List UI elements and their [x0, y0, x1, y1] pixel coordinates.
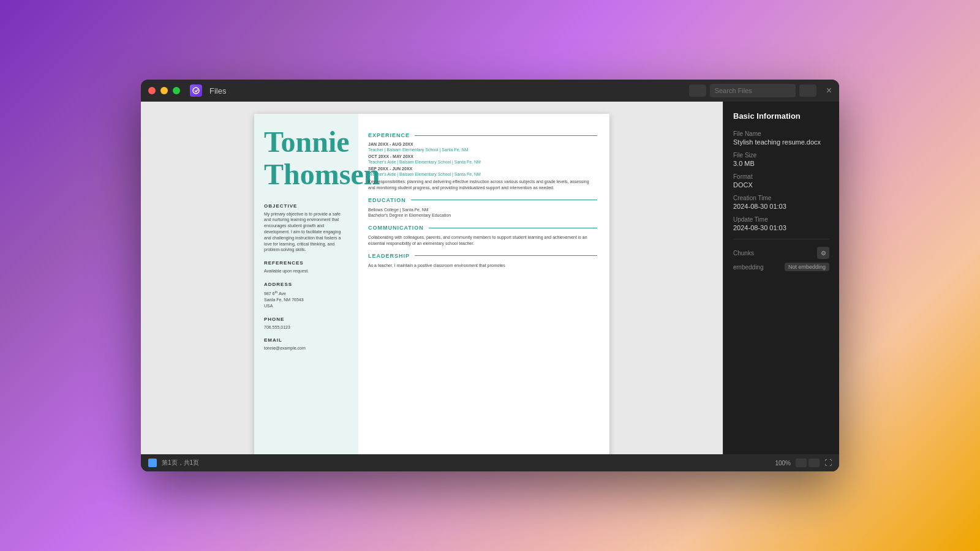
info-panel: Basic Information File Name Stylish teac… [723, 102, 839, 454]
references-title: REFERENCES [264, 260, 349, 266]
edu2: Bachelor's Degree in Elementary Educatio… [368, 212, 597, 219]
exp1-place: Teacher | Balsam Elementary School | San… [368, 148, 597, 152]
app-icon [190, 84, 202, 97]
leadership-line [415, 255, 597, 256]
file-size-value: 3.0 MB [733, 160, 829, 167]
education-header: EDUCATION [368, 197, 597, 203]
minimize-button[interactable] [160, 87, 168, 94]
view-btn-1[interactable] [796, 459, 807, 467]
close-button[interactable] [148, 87, 156, 94]
view-btn-2[interactable] [809, 459, 820, 467]
communication-header: COMMUNICATION [368, 225, 597, 231]
exp3-place: Teacher's Aide | Balsam Elementary Schoo… [368, 172, 597, 176]
education-title: EDUCATION [368, 197, 406, 203]
resume-left-column: Tonnie Thomsen OBJECTIVE My primary obje… [254, 114, 358, 454]
leadership-text: As a teacher, I maintain a positive clas… [368, 263, 597, 269]
communication-title: COMMUNICATION [368, 225, 424, 231]
email-title: EMAIL [264, 337, 349, 343]
address-title: ADDRESS [264, 282, 349, 287]
file-name-value: Stylish teaching resume.docx [733, 138, 829, 146]
file-size-row: File Size 3.0 MB [733, 152, 829, 167]
main-window: Files × Tonnie Thomsen OBJECTIVE My prim… [141, 80, 839, 471]
exp2-place: Teacher's Aide | Balsam Elementary Schoo… [368, 160, 597, 164]
exp-desc: Key responsibilities: planning and deliv… [368, 179, 597, 191]
experience-line [415, 135, 597, 136]
exp3-date: SEP 20XX - JUN 20XX [368, 167, 597, 171]
statusbar: 第1页，共1页 100% ⛶ [141, 454, 839, 471]
update-time-row: Update Time 2024-08-30 01:03 [733, 216, 829, 231]
edu1: Bellows College | Santa Fe, NM [368, 207, 597, 213]
leadership-header: LEADERSHIP [368, 253, 597, 259]
info-divider [733, 239, 829, 239]
education-line [411, 200, 597, 200]
creation-time-value: 2024-08-30 01:03 [733, 203, 829, 210]
sort-button[interactable] [799, 84, 816, 97]
view-buttons [796, 459, 820, 467]
not-embedding-badge: Not embedding [785, 263, 829, 271]
creation-time-label: Creation Time [733, 195, 829, 201]
document-viewer[interactable]: Tonnie Thomsen OBJECTIVE My primary obje… [141, 102, 723, 454]
email-text: tonnie@example.com [264, 345, 349, 351]
titlebar: Files × [141, 80, 839, 102]
format-row: Format DOCX [733, 173, 829, 189]
page-info: 第1页，共1页 [162, 459, 199, 467]
objective-text: My primary objective is to provide a saf… [264, 211, 349, 253]
titlebar-controls [689, 84, 816, 97]
expand-icon[interactable]: ⛶ [824, 459, 832, 467]
chunks-label: Chunks [733, 250, 754, 257]
creation-time-row: Creation Time 2024-08-30 01:03 [733, 195, 829, 210]
exp2-date: OCT 20XX - MAY 20XX [368, 154, 597, 159]
resume-name: Tonnie Thomsen [264, 126, 349, 191]
content-area: Tonnie Thomsen OBJECTIVE My primary obje… [141, 102, 839, 454]
update-time-value: 2024-08-30 01:03 [733, 224, 829, 231]
statusbar-doc-icon [148, 459, 157, 467]
address-text: 987 6th AveSanta Fe, NM 76543USA [264, 290, 349, 309]
resume-right-column: EXPERIENCE JAN 20XX - AUG 20XX Teacher |… [358, 114, 609, 454]
exp1-date: JAN 20XX - AUG 20XX [368, 142, 597, 146]
chunks-settings-icon[interactable]: ⚙ [817, 247, 829, 259]
update-time-label: Update Time [733, 216, 829, 223]
zoom-level: 100% [775, 460, 791, 467]
objective-title: OBJECTIVE [264, 203, 349, 209]
document-page: Tonnie Thomsen OBJECTIVE My primary obje… [254, 114, 609, 454]
format-value: DOCX [733, 181, 829, 189]
info-panel-title: Basic Information [733, 111, 829, 121]
references-text: Available upon request. [264, 268, 349, 274]
comm-text: Collaborating with colleagues, parents, … [368, 234, 597, 247]
communication-line [429, 228, 597, 228]
app-title: Files [209, 86, 226, 96]
grid-view-button[interactable] [689, 84, 706, 97]
phone-text: 706.555.0123 [264, 324, 349, 331]
search-input[interactable] [710, 84, 796, 97]
chunks-row: Chunks ⚙ [733, 247, 829, 259]
file-name-row: File Name Stylish teaching resume.docx [733, 130, 829, 146]
embedding-row: embedding Not embedding [733, 263, 829, 271]
phone-title: PHONE [264, 317, 349, 322]
experience-header: EXPERIENCE [368, 132, 597, 138]
experience-title: EXPERIENCE [368, 132, 410, 138]
file-size-label: File Size [733, 152, 829, 159]
file-name-label: File Name [733, 130, 829, 137]
embedding-label: embedding [733, 264, 763, 271]
close-icon[interactable]: × [826, 85, 832, 96]
format-label: Format [733, 173, 829, 180]
maximize-button[interactable] [173, 87, 180, 94]
svg-point-0 [193, 88, 199, 94]
leadership-title: LEADERSHIP [368, 253, 410, 259]
